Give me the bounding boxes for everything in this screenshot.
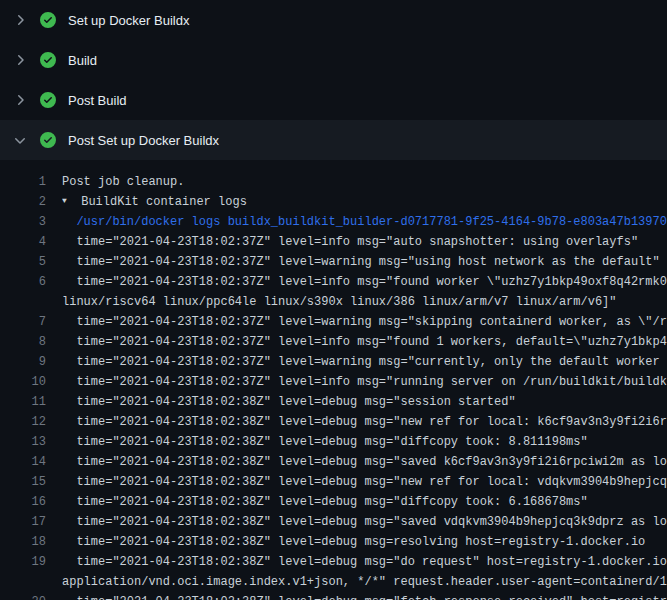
log-line: 17 time="2021-04-23T18:02:38Z" level=deb… — [0, 512, 667, 532]
log-line-number[interactable]: 4 — [0, 232, 46, 252]
log-line: 20 time="2021-04-23T18:02:38Z" level=deb… — [0, 592, 667, 600]
log-line: 16 time="2021-04-23T18:02:38Z" level=deb… — [0, 492, 667, 512]
log-line-number[interactable]: 10 — [0, 372, 46, 392]
log-line-text: /usr/bin/docker logs buildx_buildkit_bui… — [62, 212, 667, 232]
log-line-text: time="2021-04-23T18:02:38Z" level=debug … — [62, 392, 667, 412]
log-line: 15 time="2021-04-23T18:02:38Z" level=deb… — [0, 472, 667, 492]
step-sections: Set up Docker Buildx Build Post Build — [0, 0, 667, 160]
log-line-text: time="2021-04-23T18:02:37Z" level=info m… — [62, 332, 667, 352]
log-line: 13 time="2021-04-23T18:02:38Z" level=deb… — [0, 432, 667, 452]
chevron-right-icon[interactable] — [12, 92, 28, 108]
log-line-text: time="2021-04-23T18:02:37Z" level=warnin… — [62, 252, 667, 272]
log-line: 9 time="2021-04-23T18:02:37Z" level=warn… — [0, 352, 667, 372]
group-title[interactable]: BuildKit container logs — [81, 195, 247, 209]
log-line-number[interactable]: 6 — [0, 272, 46, 292]
log-line-number[interactable]: 9 — [0, 352, 46, 372]
success-check-icon — [40, 12, 56, 28]
log-line: 14 time="2021-04-23T18:02:38Z" level=deb… — [0, 452, 667, 472]
step-section-expanded[interactable]: Post Set up Docker Buildx — [0, 120, 667, 160]
log-line-text: time="2021-04-23T18:02:37Z" level=info m… — [62, 372, 667, 392]
log-line-text: time="2021-04-23T18:02:38Z" level=debug … — [62, 472, 667, 492]
log-line-number[interactable] — [0, 572, 46, 592]
log-line-text: time="2021-04-23T18:02:37Z" level=info m… — [62, 272, 667, 292]
log-line: 10 time="2021-04-23T18:02:37Z" level=inf… — [0, 372, 667, 392]
log-line: application/vnd.oci.image.index.v1+json,… — [0, 572, 667, 592]
log-line-number[interactable]: 11 — [0, 392, 46, 412]
log-line-number[interactable]: 16 — [0, 492, 46, 512]
log-line: 11 time="2021-04-23T18:02:38Z" level=deb… — [0, 392, 667, 412]
log-line: 4 time="2021-04-23T18:02:37Z" level=info… — [0, 232, 667, 252]
log-line-number[interactable]: 20 — [0, 592, 46, 600]
log-line: 7 time="2021-04-23T18:02:37Z" level=warn… — [0, 312, 667, 332]
log-line-number[interactable]: 13 — [0, 432, 46, 452]
log-line-number[interactable]: 8 — [0, 332, 46, 352]
log-line-number[interactable]: 14 — [0, 452, 46, 472]
log-line: 1 Post job cleanup. — [0, 172, 667, 192]
log-line[interactable]: 2 ▼ BuildKit container logs — [0, 192, 667, 212]
log-line-number[interactable]: 15 — [0, 472, 46, 492]
step-name: Post Set up Docker Buildx — [68, 133, 219, 148]
actions-log-viewer: Set up Docker Buildx Build Post Build — [0, 0, 667, 600]
log-line-text: time="2021-04-23T18:02:37Z" level=warnin… — [62, 312, 667, 332]
log-line-text: linux/riscv64 linux/ppc64le linux/s390x … — [62, 292, 667, 312]
log-line-text: application/vnd.oci.image.index.v1+json,… — [62, 572, 667, 592]
step-section-collapsed[interactable]: Post Build — [0, 80, 667, 120]
group-collapse-icon[interactable]: ▼ — [62, 192, 74, 211]
chevron-down-icon[interactable] — [12, 132, 28, 148]
log-line-text: time="2021-04-23T18:02:38Z" level=debug … — [62, 432, 667, 452]
log-line-text: time="2021-04-23T18:02:37Z" level=warnin… — [62, 352, 667, 372]
log-line-number[interactable] — [0, 292, 46, 312]
step-name: Set up Docker Buildx — [68, 13, 189, 28]
step-name: Post Build — [68, 93, 127, 108]
success-check-icon — [40, 92, 56, 108]
log-line-number[interactable]: 12 — [0, 412, 46, 432]
log-line-number[interactable]: 17 — [0, 512, 46, 532]
step-section-collapsed[interactable]: Build — [0, 40, 667, 80]
log-line-text: time="2021-04-23T18:02:38Z" level=debug … — [62, 492, 667, 512]
log-line-text: time="2021-04-23T18:02:38Z" level=debug … — [62, 592, 667, 600]
log-line-number[interactable]: 2 — [0, 192, 46, 212]
log-line: 19 time="2021-04-23T18:02:38Z" level=deb… — [0, 552, 667, 572]
log-line-text: time="2021-04-23T18:02:38Z" level=debug … — [62, 412, 667, 432]
log-line-number[interactable]: 3 — [0, 212, 46, 232]
log-line-text: Post job cleanup. — [62, 172, 667, 192]
log-line-text: time="2021-04-23T18:02:38Z" level=debug … — [62, 452, 667, 472]
success-check-icon — [40, 132, 56, 148]
log-line: 3 /usr/bin/docker logs buildx_buildkit_b… — [0, 212, 667, 232]
step-name: Build — [68, 53, 97, 68]
step-section-collapsed[interactable]: Set up Docker Buildx — [0, 0, 667, 40]
log-line-text: time="2021-04-23T18:02:38Z" level=debug … — [62, 552, 667, 572]
log-line-number[interactable]: 5 — [0, 252, 46, 272]
log-line: 12 time="2021-04-23T18:02:38Z" level=deb… — [0, 412, 667, 432]
log-line: linux/riscv64 linux/ppc64le linux/s390x … — [0, 292, 667, 312]
log-line-number[interactable]: 1 — [0, 172, 46, 192]
log-area: 1 Post job cleanup. 2 ▼ BuildKit contain… — [0, 160, 667, 600]
log-line: 18 time="2021-04-23T18:02:38Z" level=deb… — [0, 532, 667, 552]
log-line-number[interactable]: 19 — [0, 552, 46, 572]
log-line-text: time="2021-04-23T18:02:38Z" level=debug … — [62, 512, 667, 532]
chevron-right-icon[interactable] — [12, 12, 28, 28]
chevron-right-icon[interactable] — [12, 52, 28, 68]
log-line-text: time="2021-04-23T18:02:37Z" level=info m… — [62, 232, 667, 252]
success-check-icon — [40, 52, 56, 68]
log-line: 6 time="2021-04-23T18:02:37Z" level=info… — [0, 272, 667, 292]
log-line-text: ▼ BuildKit container logs — [62, 192, 667, 212]
log-line: 8 time="2021-04-23T18:02:37Z" level=info… — [0, 332, 667, 352]
log-line-number[interactable]: 18 — [0, 532, 46, 552]
log-line-text: time="2021-04-23T18:02:38Z" level=debug … — [62, 532, 667, 552]
log-line-number[interactable]: 7 — [0, 312, 46, 332]
log-line: 5 time="2021-04-23T18:02:37Z" level=warn… — [0, 252, 667, 272]
